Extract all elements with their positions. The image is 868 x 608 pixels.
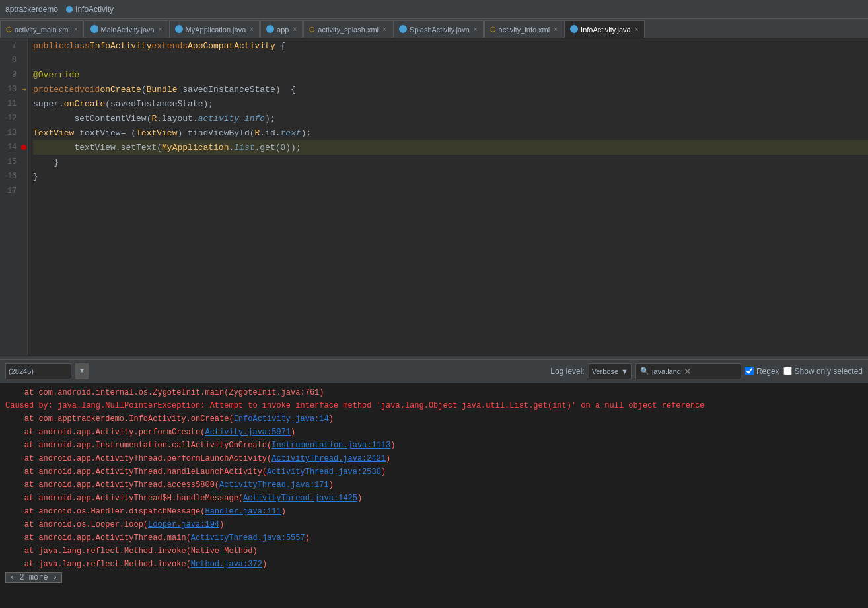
search-box[interactable]: 🔍 java.lang ✕ xyxy=(635,363,741,379)
tab-close-btn[interactable]: × xyxy=(554,26,558,33)
log-line: at android.os.Looper.loop(Looper.java:19… xyxy=(5,518,863,531)
log-link[interactable]: Handler.java:111 xyxy=(205,507,281,516)
code-line-10: protected void onCreate(Bundle savedInst… xyxy=(33,82,868,96)
log-line: ‹ 2 more › xyxy=(5,571,863,584)
clear-search-button[interactable]: ✕ xyxy=(684,366,692,377)
line-number: 9 xyxy=(0,70,20,79)
line-number: 14 xyxy=(0,143,20,152)
gutter-row-12: 12 xyxy=(0,111,27,126)
logcat-container: ▼ Log level: Verbose ▼ 🔍 java.lang ✕ Reg… xyxy=(0,360,868,608)
log-link[interactable]: Method.java:372 xyxy=(191,560,262,569)
code-line-7: public class InfoActivity extends AppCom… xyxy=(33,38,868,53)
log-line: at com.android.internal.os.ZygoteInit.ma… xyxy=(5,386,863,399)
tab-close-btn[interactable]: × xyxy=(159,26,163,33)
tab-close-btn[interactable]: × xyxy=(74,26,78,33)
code-line-14: textView.setText(MyApplication.list.get(… xyxy=(33,140,868,155)
tab-InfoActivity-java[interactable]: InfoActivity.java× xyxy=(564,20,644,38)
title-bar: aptrackerdemo InfoActivity xyxy=(0,0,868,19)
log-link[interactable]: ActivityThread.java:5557 xyxy=(191,533,305,543)
log-line: at android.app.ActivityThread.performLau… xyxy=(5,452,863,465)
gutter-row-14: 14 xyxy=(0,140,27,155)
tab-label: activity_info.xml xyxy=(499,26,550,34)
tab-close-btn[interactable]: × xyxy=(382,26,386,33)
more-btn[interactable]: ‹ 2 more › xyxy=(5,572,62,583)
code-line-17 xyxy=(33,184,868,198)
regex-checkbox-area[interactable]: Regex xyxy=(745,367,779,376)
gutter-row-8: 8 xyxy=(0,53,27,67)
tab-label: MainActivity.java xyxy=(101,26,155,34)
line-number: 16 xyxy=(0,172,20,181)
process-dropdown-arrow[interactable]: ▼ xyxy=(75,363,89,379)
line-number: 10 xyxy=(0,85,20,94)
log-link[interactable]: Instrumentation.java:1113 xyxy=(271,441,390,450)
search-icon: 🔍 xyxy=(640,367,649,375)
tab-label: MyApplication.java xyxy=(186,26,246,34)
log-link[interactable]: ActivityThread.java:1425 xyxy=(243,494,357,503)
code-line-9: @Override xyxy=(33,67,868,82)
gutter-row-7: 7 xyxy=(0,38,27,53)
tab-SplashActivity-java[interactable]: SplashActivity.java× xyxy=(393,20,484,38)
gutter-row-16: 16 xyxy=(0,169,27,184)
code-line-15: } xyxy=(33,155,868,169)
log-line: at android.os.Handler.dispatchMessage(Ha… xyxy=(5,505,863,518)
show-only-checkbox-area[interactable]: Show only selected xyxy=(783,367,863,376)
line-indicator xyxy=(20,145,27,150)
log-link[interactable]: Activity.java:5971 xyxy=(205,428,291,437)
log-line: at android.app.ActivityThread.access$800… xyxy=(5,478,863,492)
log-level-label: Log level: xyxy=(550,367,584,376)
log-link[interactable]: InfoActivity.java:14 xyxy=(234,414,329,424)
log-line: at android.app.ActivityThread.handleLaun… xyxy=(5,465,863,478)
tab-activity-info-xml[interactable]: ⬡activity_info.xml× xyxy=(484,20,563,38)
gutter-row-9: 9 xyxy=(0,67,27,82)
log-link[interactable]: Looper.java:194 xyxy=(148,520,219,529)
tab-icon-java xyxy=(399,25,407,34)
tab-close-btn[interactable]: × xyxy=(293,26,297,33)
tab-label: activity_main.xml xyxy=(15,26,70,34)
line-number: 12 xyxy=(0,114,20,123)
line-number: 17 xyxy=(0,186,20,196)
process-input[interactable] xyxy=(5,363,71,379)
title-file: InfoActivity xyxy=(66,5,114,14)
log-link[interactable]: ActivityThread.java:2421 xyxy=(271,454,386,463)
tab-icon-java xyxy=(570,25,578,34)
tab-activity-main-xml[interactable]: ⬡activity_main.xml× xyxy=(0,20,84,38)
tab-close-btn[interactable]: × xyxy=(474,26,478,33)
project-name: aptrackerdemo xyxy=(5,5,58,14)
line-number: 7 xyxy=(0,41,20,50)
regex-checkbox[interactable] xyxy=(745,367,754,375)
tab-MyApplication-java[interactable]: MyApplication.java× xyxy=(169,20,260,38)
show-only-checkbox[interactable] xyxy=(783,367,792,375)
tab-icon-java xyxy=(90,25,98,34)
gutter-row-10: 10⇒ xyxy=(0,82,27,96)
tab-icon-java xyxy=(266,25,274,34)
file-icon xyxy=(66,6,73,13)
line-number: 13 xyxy=(0,128,20,137)
tab-activity-splash-xml[interactable]: ⬡activity_splash.xml× xyxy=(303,20,392,38)
log-line: at com.apptrackerdemo.InfoActivity.onCre… xyxy=(5,412,863,426)
gutter-row-17: 17 xyxy=(0,184,27,198)
arrow-icon: ⇒ xyxy=(22,85,26,93)
tab-label: SplashActivity.java xyxy=(410,26,470,34)
log-line: at android.app.Activity.performCreate(Ac… xyxy=(5,426,863,439)
tab-close-btn[interactable]: × xyxy=(635,26,639,33)
gutter-row-15: 15 xyxy=(0,155,27,169)
line-number: 15 xyxy=(0,157,20,167)
logcat-toolbar: ▼ Log level: Verbose ▼ 🔍 java.lang ✕ Reg… xyxy=(0,360,868,383)
code-line-13: TextView textView= (TextView) findViewBy… xyxy=(33,126,868,140)
code-line-8 xyxy=(33,53,868,67)
log-line: at java.lang.reflect.Method.invoke(Metho… xyxy=(5,558,863,571)
tab-bar: ⬡activity_main.xml×MainActivity.java×MyA… xyxy=(0,19,868,38)
tab-MainActivity-java[interactable]: MainActivity.java× xyxy=(85,20,168,38)
gutter-row-13: 13 xyxy=(0,126,27,140)
editor: 78910⇒11121314151617 public class InfoAc… xyxy=(0,38,868,356)
tab-close-btn[interactable]: × xyxy=(250,26,254,33)
log-link[interactable]: ActivityThread.java:2530 xyxy=(267,467,381,476)
log-level-dropdown[interactable]: Verbose ▼ xyxy=(589,363,632,379)
tab-icon-xml: ⬡ xyxy=(490,26,496,33)
tab-label: InfoActivity.java xyxy=(581,26,631,34)
line-number: 8 xyxy=(0,56,20,65)
log-link[interactable]: ActivityThread.java:171 xyxy=(219,480,329,490)
tab-app[interactable]: app× xyxy=(260,20,303,38)
line-number: 11 xyxy=(0,99,20,108)
logcat-output: at com.android.internal.os.ZygoteInit.ma… xyxy=(0,383,868,608)
